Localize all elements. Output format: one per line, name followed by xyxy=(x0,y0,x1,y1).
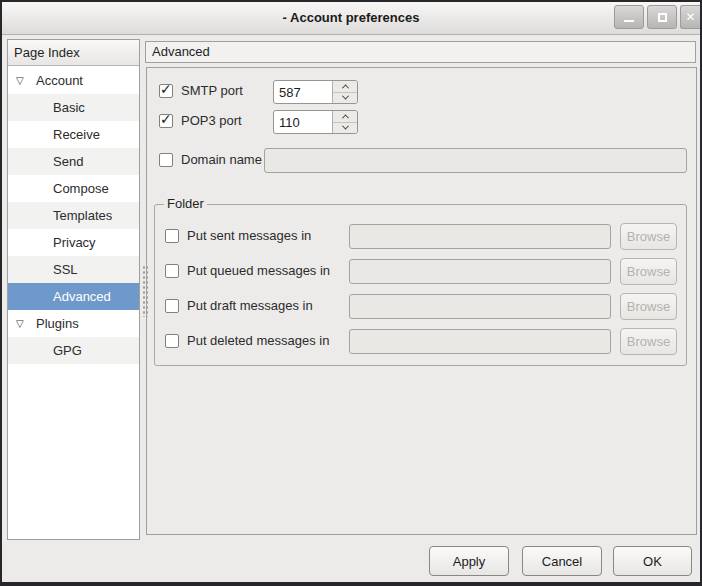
put-draft-messages-label: Put draft messages in xyxy=(187,297,313,315)
sidebar-item-basic[interactable]: Basic xyxy=(8,94,139,121)
expander-icon[interactable]: ▽ xyxy=(16,67,24,94)
close-button[interactable]: ✕ xyxy=(680,5,700,29)
deleted-folder-input[interactable] xyxy=(349,329,611,354)
pop3-port-label: POP3 port xyxy=(181,112,242,130)
maximize-button[interactable] xyxy=(647,5,677,29)
pop3-port-checkbox[interactable]: ✓ xyxy=(159,114,173,128)
put-sent-messages-label: Put sent messages in xyxy=(187,227,311,245)
ok-button[interactable]: OK xyxy=(613,546,692,576)
spin-up-button[interactable] xyxy=(333,111,357,123)
smtp-port-checkbox[interactable]: ✓ xyxy=(159,84,173,98)
put-queued-messages-label: Put queued messages in xyxy=(187,262,330,280)
spin-down-button[interactable] xyxy=(333,123,357,134)
deleted-messages-row: Put deleted messages in Browse xyxy=(155,328,686,355)
put-queued-messages-checkbox[interactable] xyxy=(165,264,179,278)
page-index-tree: ▽ Account Basic Receive Send Compose Tem… xyxy=(8,67,139,539)
deleted-browse-button[interactable]: Browse xyxy=(620,328,677,355)
queued-folder-input[interactable] xyxy=(349,259,611,284)
sidebar-item-ssl[interactable]: SSL xyxy=(8,256,139,283)
smtp-port-spinner xyxy=(273,80,358,104)
checkmark-icon: ✓ xyxy=(160,112,172,126)
window-controls: ✕ xyxy=(614,5,700,29)
checkmark-icon: ✓ xyxy=(160,82,172,96)
put-sent-messages-checkbox[interactable] xyxy=(165,229,179,243)
pop3-port-stepper xyxy=(332,111,357,133)
sidebar-item-label: Send xyxy=(8,154,83,169)
put-deleted-messages-checkbox[interactable] xyxy=(165,334,179,348)
sidebar-item-privacy[interactable]: Privacy xyxy=(8,229,139,256)
sent-folder-input[interactable] xyxy=(349,224,611,249)
titlebar[interactable]: - Account preferences ✕ xyxy=(2,2,700,35)
sidebar-item-plugins[interactable]: ▽ Plugins xyxy=(8,310,139,337)
domain-name-label: Domain name xyxy=(181,151,262,169)
maximize-icon xyxy=(658,13,667,22)
cancel-button[interactable]: Cancel xyxy=(522,546,602,576)
sidebar-item-gpg[interactable]: GPG xyxy=(8,337,139,364)
sidebar-item-account[interactable]: ▽ Account xyxy=(8,67,139,94)
draft-folder-input[interactable] xyxy=(349,294,611,319)
spin-up-button[interactable] xyxy=(333,81,357,93)
expander-icon[interactable]: ▽ xyxy=(16,310,24,337)
chevron-down-icon xyxy=(341,123,348,130)
window-title: - Account preferences xyxy=(2,10,700,25)
queued-browse-button[interactable]: Browse xyxy=(620,258,677,285)
folder-group: Folder Put sent messages in Browse Put q… xyxy=(154,204,687,366)
minimize-button[interactable] xyxy=(614,5,644,29)
spin-down-button[interactable] xyxy=(333,93,357,104)
pop3-port-input[interactable] xyxy=(274,111,332,133)
page-index-header: Page Index xyxy=(8,40,139,66)
draft-messages-row: Put draft messages in Browse xyxy=(155,293,686,320)
minimize-icon xyxy=(624,20,634,22)
sidebar-item-send[interactable]: Send xyxy=(8,148,139,175)
smtp-port-label: SMTP port xyxy=(181,82,243,100)
sidebar-item-label: SSL xyxy=(8,262,78,277)
sidebar-item-label: Templates xyxy=(8,208,112,223)
put-draft-messages-checkbox[interactable] xyxy=(165,299,179,313)
draft-browse-button[interactable]: Browse xyxy=(620,293,677,320)
sidebar-item-label: Receive xyxy=(8,127,100,142)
advanced-settings-frame: ✓ SMTP port ✓ POP3 port Domain name xyxy=(146,67,697,535)
sidebar-item-label: Privacy xyxy=(8,235,96,250)
sidebar-item-receive[interactable]: Receive xyxy=(8,121,139,148)
put-deleted-messages-label: Put deleted messages in xyxy=(187,332,329,350)
pop3-port-spinner xyxy=(273,110,358,134)
page-index-panel: Page Index ▽ Account Basic Receive Send … xyxy=(7,39,140,540)
sidebar-item-compose[interactable]: Compose xyxy=(8,175,139,202)
domain-name-checkbox[interactable] xyxy=(159,153,173,167)
page-title: Advanced xyxy=(145,41,696,63)
chevron-up-icon xyxy=(341,84,348,91)
close-icon: ✕ xyxy=(685,11,695,23)
sidebar-item-templates[interactable]: Templates xyxy=(8,202,139,229)
smtp-port-input[interactable] xyxy=(274,81,332,103)
sidebar-item-label: GPG xyxy=(8,343,82,358)
sidebar-item-label: Compose xyxy=(8,181,109,196)
apply-button[interactable]: Apply xyxy=(429,546,509,576)
queued-messages-row: Put queued messages in Browse xyxy=(155,258,686,285)
sidebar-item-label: Basic xyxy=(8,100,85,115)
chevron-down-icon xyxy=(341,93,348,100)
sidebar-item-label: Advanced xyxy=(8,289,111,304)
domain-name-input[interactable] xyxy=(264,148,687,173)
smtp-port-stepper xyxy=(332,81,357,103)
account-preferences-dialog: - Account preferences ✕ Page Index ▽ Acc… xyxy=(0,0,702,586)
sent-browse-button[interactable]: Browse xyxy=(620,223,677,250)
folder-group-legend: Folder xyxy=(164,196,207,211)
chevron-up-icon xyxy=(341,114,348,121)
sent-messages-row: Put sent messages in Browse xyxy=(155,223,686,250)
sidebar-item-advanced[interactable]: Advanced xyxy=(8,283,139,310)
